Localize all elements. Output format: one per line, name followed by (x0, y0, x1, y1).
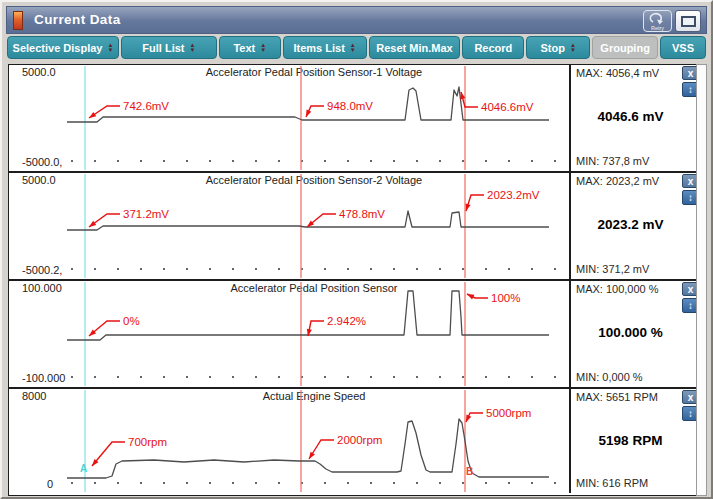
spinner-icon: ▲▼ (107, 43, 113, 52)
button-label: Full List (142, 42, 184, 54)
svg-text:948.0mV: 948.0mV (327, 100, 373, 112)
text-mode-button[interactable]: Text ▲▼ (219, 36, 281, 59)
info-panel: MAX: 100,000 % 100.000 % MIN: 0,000 % x … (569, 281, 700, 387)
retry-button[interactable]: Retry (643, 10, 672, 32)
toolbar: Selective Display ▲▼ Full List ▲▼ Text ▲… (6, 35, 707, 63)
vss-button[interactable]: VSS (660, 36, 706, 59)
current-value: 4046.6 mV (571, 109, 690, 124)
min-value-label: MIN: 616 RPM (576, 477, 648, 489)
waveform-svg: 371.2mV478.8mV2023.2mV (9, 173, 569, 279)
info-panel: MAX: 4056,4 mV 4046.6 mV MIN: 737,8 mV x… (569, 65, 700, 171)
svg-text:742.6mV: 742.6mV (123, 100, 169, 112)
max-value-label: MAX: 4056,4 mV (576, 67, 659, 79)
min-value-label: MIN: 0,000 % (576, 371, 643, 383)
restore-icon (681, 16, 696, 27)
max-value-label: MAX: 2023,2 mV (576, 175, 659, 187)
current-value: 5198 RPM (571, 433, 690, 448)
info-panel: MAX: 5651 RPM 5198 RPM MIN: 616 RPM x ↕ (569, 389, 700, 493)
current-value: 100.000 % (571, 325, 690, 340)
max-value-label: MAX: 5651 RPM (576, 391, 658, 403)
max-value-label: MAX: 100,000 % (576, 283, 659, 295)
waveform-svg: 0%2.942%100% (9, 281, 569, 387)
button-label: Items List (293, 42, 344, 54)
app-window: Current Data Retry Selective Display ▲▼ … (0, 0, 713, 499)
retry-arrow-icon (645, 12, 670, 25)
svg-text:B: B (466, 466, 473, 477)
chart-row-engine-speed: 8000 Actual Engine Speed 0 700rpm2000rpm… (9, 387, 700, 493)
waveform-svg: 700rpm2000rpm5000rpmAB (9, 389, 569, 493)
spinner-icon: ▲▼ (190, 43, 196, 52)
title-bar: Current Data Retry (6, 6, 707, 34)
grouping-button[interactable]: Grouping (592, 36, 658, 59)
button-label: Reset Min.Max (376, 42, 452, 54)
chart-row-aps2: 5000.0 Accelerator Pedal Position Sensor… (9, 171, 700, 279)
full-list-button[interactable]: Full List ▲▼ (121, 36, 217, 59)
info-panel: MAX: 2023,2 mV 2023.2 mV MIN: 371,2 mV x… (569, 173, 700, 279)
svg-text:5000rpm: 5000rpm (486, 407, 531, 419)
retry-label: Retry (644, 25, 671, 31)
svg-text:100%: 100% (491, 292, 520, 304)
button-label: Stop (541, 42, 565, 54)
svg-text:478.8mV: 478.8mV (339, 208, 385, 220)
svg-text:A: A (80, 463, 87, 474)
reset-minmax-button[interactable]: Reset Min.Max (369, 36, 461, 59)
spinner-icon: ▲▼ (350, 43, 356, 52)
svg-text:4046.6mV: 4046.6mV (481, 101, 534, 113)
app-icon (13, 11, 23, 30)
chart-row-aps: 100.000 Accelerator Pedal Position Senso… (9, 279, 700, 387)
waveform-svg: 742.6mV948.0mV4046.6mV (9, 65, 569, 171)
svg-text:371.2mV: 371.2mV (123, 208, 169, 220)
svg-text:700rpm: 700rpm (128, 436, 167, 448)
min-value-label: MIN: 737,8 mV (576, 155, 649, 167)
svg-text:2023.2mV: 2023.2mV (487, 189, 540, 201)
chart-row-aps1: 5000.0 Accelerator Pedal Position Sensor… (9, 65, 700, 171)
button-label: Text (233, 42, 255, 54)
spinner-icon: ▲▼ (570, 43, 576, 52)
window-title: Current Data (34, 7, 121, 33)
min-value-label: MIN: 371,2 mV (576, 263, 649, 275)
plot-area: 5000.0 Accelerator Pedal Position Sensor… (9, 173, 569, 279)
button-label: VSS (672, 42, 694, 54)
svg-text:0%: 0% (123, 315, 140, 327)
vertical-scrollbar[interactable] (696, 64, 707, 496)
plot-area: 5000.0 Accelerator Pedal Position Sensor… (9, 65, 569, 171)
items-list-button[interactable]: Items List ▲▼ (283, 36, 367, 59)
plot-area: 8000 Actual Engine Speed 0 700rpm2000rpm… (9, 389, 569, 493)
charts-container: 5000.0 Accelerator Pedal Position Sensor… (8, 64, 701, 496)
record-button[interactable]: Record (462, 36, 524, 59)
button-label: Grouping (600, 42, 650, 54)
button-label: Selective Display (13, 42, 103, 54)
plot-area: 100.000 Accelerator Pedal Position Senso… (9, 281, 569, 387)
spinner-icon: ▲▼ (260, 43, 266, 52)
button-label: Record (474, 42, 512, 54)
selective-display-button[interactable]: Selective Display ▲▼ (7, 36, 119, 59)
svg-text:2000rpm: 2000rpm (337, 434, 382, 446)
svg-text:2.942%: 2.942% (327, 315, 366, 327)
stop-button[interactable]: Stop ▲▼ (526, 36, 590, 59)
window-restore-button[interactable] (675, 10, 701, 32)
current-value: 2023.2 mV (571, 217, 690, 232)
